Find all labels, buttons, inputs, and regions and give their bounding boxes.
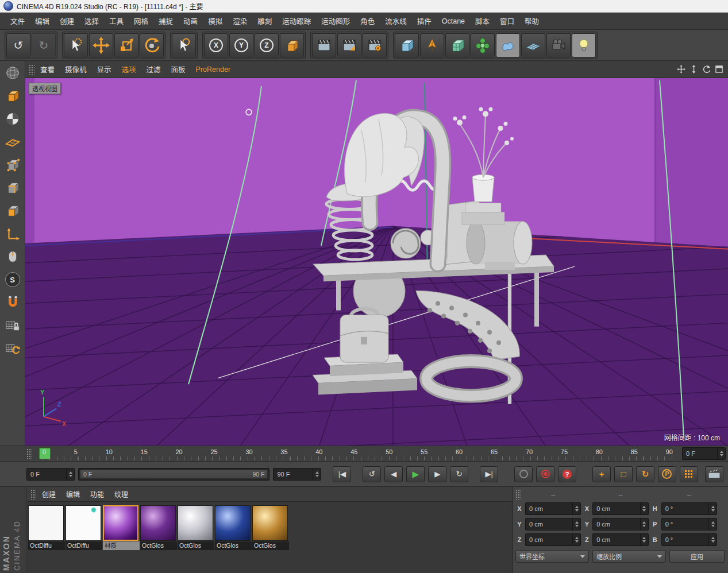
viewport-menu-cameras[interactable]: 摄像机 bbox=[60, 61, 91, 77]
panel-grip[interactable] bbox=[515, 489, 521, 500]
enable-snap-button[interactable] bbox=[1, 292, 24, 313]
undo-button[interactable]: ↺ bbox=[6, 33, 30, 57]
goto-start-button[interactable]: |◀ bbox=[333, 466, 351, 482]
size-z-field[interactable]: 0 cm bbox=[592, 533, 648, 546]
current-frame-field[interactable]: 0 F bbox=[26, 468, 75, 481]
spinner[interactable] bbox=[708, 503, 717, 514]
motion-clip-button[interactable] bbox=[705, 466, 723, 482]
menu-item-mograph[interactable]: 运动图形 bbox=[317, 13, 355, 29]
viewport-dolly-icon[interactable] bbox=[688, 64, 699, 75]
material-menu-edit[interactable]: 编辑 bbox=[61, 487, 84, 501]
material-thumb[interactable]: OctGlos bbox=[140, 505, 177, 550]
preview-range-slider[interactable]: 0 F 90 F bbox=[78, 468, 269, 481]
key-pla-button[interactable] bbox=[680, 466, 698, 482]
lock-workplane-button[interactable] bbox=[1, 315, 24, 336]
add-spline-pen-button[interactable] bbox=[420, 33, 444, 57]
autokey-button[interactable] bbox=[536, 466, 554, 482]
camera-button[interactable] bbox=[546, 33, 571, 57]
points-mode-button[interactable] bbox=[1, 154, 24, 176]
rot-b-field[interactable]: 0 ° bbox=[661, 533, 717, 546]
key-parameter-button[interactable]: P bbox=[658, 466, 676, 482]
workplane-snap-button[interactable] bbox=[1, 338, 24, 359]
menu-item-file[interactable]: 文件 bbox=[6, 13, 29, 29]
menu-item-edit[interactable]: 编辑 bbox=[30, 13, 54, 29]
render-to-picture-viewer-button[interactable] bbox=[337, 33, 361, 57]
timeline-ruler[interactable]: 0 5 10 15 20 25 30 35 40 45 50 55 60 65 … bbox=[36, 447, 679, 460]
viewport-menu-display[interactable]: 显示 bbox=[93, 61, 116, 77]
key-rotation-button[interactable]: ↻ bbox=[636, 466, 654, 482]
redo-button[interactable]: ↻ bbox=[32, 33, 56, 57]
floor-environment-button[interactable] bbox=[521, 33, 545, 57]
menu-item-plugins[interactable]: 插件 bbox=[413, 13, 436, 29]
metaball-volume-button[interactable] bbox=[496, 33, 520, 57]
rotate-tool-button[interactable] bbox=[140, 33, 164, 57]
key-position-button[interactable]: + bbox=[592, 466, 611, 482]
viewport-menu-view[interactable]: 查看 bbox=[36, 61, 59, 77]
menu-item-motion-tracker[interactable]: 运动跟踪 bbox=[278, 13, 315, 29]
material-thumb[interactable]: OctGlos bbox=[215, 505, 252, 550]
apply-button[interactable]: 应用 bbox=[669, 550, 725, 563]
mograph-cloner-button[interactable] bbox=[471, 33, 495, 57]
spinner[interactable] bbox=[572, 518, 580, 530]
viewport-menu-options[interactable]: 选项 bbox=[117, 61, 141, 77]
spinner[interactable] bbox=[708, 518, 717, 530]
viewport-orbit-icon[interactable] bbox=[700, 64, 712, 75]
viewport-pan-icon[interactable] bbox=[675, 64, 687, 75]
previous-frame-button[interactable]: ◀ bbox=[384, 466, 403, 482]
pos-z-field[interactable]: 0 cm bbox=[525, 533, 581, 546]
panel-grip[interactable] bbox=[30, 489, 36, 500]
menu-item-snap[interactable]: 捕捉 bbox=[154, 13, 178, 29]
model-mode-button[interactable] bbox=[1, 85, 24, 107]
pos-x-field[interactable]: 0 cm bbox=[525, 502, 581, 515]
play-backwards-button[interactable]: ↺ bbox=[363, 466, 381, 482]
menu-item-pipeline[interactable]: 流水线 bbox=[380, 13, 411, 29]
material-thumb-selected[interactable]: 材质 bbox=[103, 505, 140, 550]
render-view-button[interactable] bbox=[312, 33, 336, 57]
panel-grip[interactable] bbox=[29, 64, 34, 75]
menu-item-simulate[interactable]: 模拟 bbox=[203, 13, 227, 29]
menu-item-tools[interactable]: 工具 bbox=[105, 13, 128, 29]
menu-item-character[interactable]: 角色 bbox=[356, 13, 379, 29]
menu-item-animate[interactable]: 动画 bbox=[179, 13, 202, 29]
menu-item-window[interactable]: 窗口 bbox=[495, 13, 519, 29]
spinner[interactable] bbox=[640, 534, 648, 545]
size-y-field[interactable]: 0 cm bbox=[592, 518, 648, 531]
viewport[interactable]: Y X Z 透视视图 网格间距 : 100 cm bbox=[25, 78, 728, 446]
live-selection-button[interactable] bbox=[64, 33, 88, 57]
enable-axis-button[interactable] bbox=[1, 223, 24, 245]
coordinate-system-button[interactable] bbox=[280, 33, 304, 57]
material-thumb[interactable]: OctDiffu bbox=[66, 505, 102, 550]
spinner[interactable] bbox=[313, 469, 321, 480]
menu-item-create[interactable]: 创建 bbox=[55, 13, 79, 29]
material-thumb[interactable]: OctDiffu bbox=[28, 505, 65, 550]
render-settings-button[interactable] bbox=[363, 33, 387, 57]
polygons-mode-button[interactable] bbox=[1, 200, 24, 222]
material-thumb[interactable]: OctGlos bbox=[178, 505, 214, 550]
viewport-menu-filter[interactable]: 过滤 bbox=[142, 61, 165, 77]
texture-mode-button[interactable] bbox=[1, 108, 24, 130]
spinner[interactable] bbox=[640, 503, 648, 514]
subdivision-surface-button[interactable] bbox=[445, 33, 469, 57]
material-menu-function[interactable]: 功能 bbox=[86, 487, 109, 501]
rot-h-field[interactable]: 0 ° bbox=[661, 502, 717, 515]
light-button[interactable] bbox=[572, 33, 596, 57]
record-button[interactable] bbox=[514, 466, 533, 482]
size-x-field[interactable]: 0 cm bbox=[592, 502, 648, 515]
make-editable-button[interactable] bbox=[1, 62, 24, 84]
z-axis-lock-button[interactable]: Z bbox=[255, 33, 279, 57]
spinner[interactable] bbox=[640, 518, 648, 530]
timeline-frame-field[interactable]: 0 F bbox=[682, 447, 726, 460]
quantize-mouse-button[interactable] bbox=[1, 246, 24, 268]
menu-item-script[interactable]: 脚本 bbox=[471, 13, 494, 29]
spinner[interactable] bbox=[572, 534, 580, 545]
spinner[interactable] bbox=[572, 503, 580, 514]
goto-end-button[interactable]: ▶| bbox=[480, 466, 498, 482]
loop-button[interactable]: ↻ bbox=[450, 466, 468, 482]
spinner[interactable] bbox=[717, 448, 725, 459]
material-menu-texture[interactable]: 纹理 bbox=[110, 487, 133, 501]
play-button[interactable]: ▶ bbox=[406, 466, 425, 482]
rot-p-field[interactable]: 0 ° bbox=[661, 518, 717, 531]
y-axis-lock-button[interactable]: Y bbox=[229, 33, 253, 57]
next-frame-button[interactable]: ▶ bbox=[428, 466, 446, 482]
last-tool-button[interactable] bbox=[172, 33, 196, 57]
